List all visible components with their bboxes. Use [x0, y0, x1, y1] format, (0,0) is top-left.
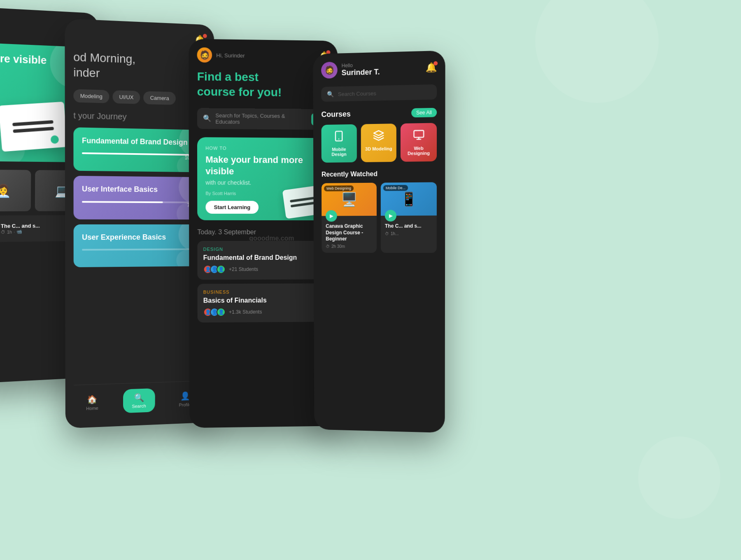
- clock-icon: ⏱: [1, 229, 5, 234]
- user-name: Surinder T.: [342, 68, 380, 77]
- progress-fill-2: [82, 201, 163, 203]
- cat-web-designing[interactable]: Web Designing: [401, 123, 437, 161]
- main-title: Find a best course for you!: [197, 69, 330, 101]
- thumb-1: 👩‍💼: [0, 170, 31, 212]
- tab-modeling[interactable]: Modeling: [73, 89, 109, 103]
- clock-icon-1: ⏱: [326, 244, 330, 249]
- hero-label: HOW TO: [205, 145, 321, 151]
- phone4-greeting-col: Hello Surinder T.: [342, 62, 380, 77]
- schedule-card-1[interactable]: DESIGN Fundamental of Brand Design 👤 👤 👤…: [197, 241, 329, 280]
- course-info: The C... and s... ⏱ 1h · 📹: [1, 223, 40, 235]
- notification-dot-2: [203, 34, 207, 38]
- duration: 1h: [7, 229, 12, 234]
- bottom-nav: 🏠 Home 🔍 Search 👤 Profile: [74, 380, 203, 418]
- duration-1: 2h 30m: [331, 244, 345, 249]
- recent-title-2: The C... and s...: [385, 223, 433, 230]
- notification-dot-4: [433, 61, 438, 65]
- lesson-icon: 📹: [16, 229, 22, 234]
- badge-1: Web Designing: [324, 185, 354, 191]
- title-line2: course for you!: [197, 85, 282, 99]
- bg-circle-2: [638, 436, 720, 519]
- courses-title: Courses: [321, 110, 350, 119]
- doc-line-2: [13, 127, 54, 133]
- bell-icon-4: 🔔: [426, 62, 437, 73]
- svg-rect-2: [414, 131, 424, 138]
- cat-label-2: 3D Modeling: [365, 146, 392, 152]
- recent-meta-1: ⏱ 2h 30m: [326, 244, 373, 249]
- tab-uiux[interactable]: UI/UX: [112, 90, 140, 104]
- course-meta: ⏱ 1h · 📹: [1, 229, 40, 235]
- progress-container-1: 100%: [82, 152, 197, 164]
- cat-mobile-design[interactable]: Mobile Design: [322, 124, 357, 163]
- category-2: BUSINESS: [203, 289, 323, 294]
- cat-label-1: Mobile Design: [326, 147, 353, 157]
- course-card-1[interactable]: Fundamental of Brand Design 100%: [73, 127, 205, 173]
- recently-title: Recently Watched: [322, 170, 437, 178]
- course-card-2[interactable]: User Interface Basics 70%: [74, 176, 205, 219]
- svg-rect-0: [336, 131, 342, 141]
- mobile-icon: [333, 130, 345, 144]
- phone3-header: 🧔 Hi, Surinder 🔔: [197, 47, 330, 64]
- nav-home[interactable]: 🏠 Home: [86, 394, 98, 411]
- cat-label-3: Web Designing: [405, 145, 432, 156]
- progress-container-2: 70%: [82, 201, 197, 211]
- search-label-active: Search: [132, 404, 146, 409]
- cat-3d-modeling[interactable]: 3D Modeling: [361, 124, 396, 162]
- search-placeholder-4: Search Courses: [338, 90, 376, 97]
- duration-2: 1h...: [391, 231, 399, 236]
- search-bar-4[interactable]: 🔍 Search Courses: [321, 84, 437, 102]
- mobile-course-icon: 📱: [400, 191, 417, 207]
- section-prefix: t your: [73, 111, 94, 121]
- course-card-3[interactable]: User Experience Basics 0%: [74, 224, 205, 267]
- hero-card[interactable]: HOW TO Make your brand more visible with…: [197, 137, 329, 220]
- avatar-f: 👤: [217, 308, 226, 317]
- schedule-title-1: Fundamental of Brand Design: [203, 254, 324, 261]
- greeting-col: Hi, Surinder: [216, 52, 245, 58]
- separator: ·: [14, 229, 15, 234]
- progress-bar-3: [82, 248, 196, 250]
- clock-icon-2: ⏱: [385, 231, 389, 236]
- progress-bar-1: [82, 152, 197, 156]
- tab-camera[interactable]: Camera: [144, 91, 176, 105]
- hero-document: [0, 102, 68, 152]
- section-main: Journey: [97, 111, 126, 121]
- web-icon: [413, 129, 424, 143]
- recently-cards: Web Designing 🖥️ ▶ Canava Graphic Design…: [322, 182, 437, 253]
- category-cards: Mobile Design 3D Modeling Web Designing: [322, 123, 437, 163]
- play-btn-2[interactable]: ▶: [385, 210, 396, 222]
- avatars-1: 👤 👤 👤: [203, 265, 226, 274]
- profile-icon: 👤: [180, 391, 190, 401]
- schedule-meta-1: 👤 👤 👤 +21 Students: [203, 264, 324, 274]
- search-icon-3: 🔍: [203, 114, 211, 122]
- schedule-meta-2: 👤 👤 👤 +1.3k Students: [203, 307, 323, 317]
- home-label: Home: [86, 406, 98, 411]
- hi-text: Hi, Surinder: [216, 52, 245, 58]
- search-icon-4: 🔍: [327, 91, 334, 97]
- doc-checkmark: [50, 135, 59, 144]
- nav-search-active[interactable]: 🔍 Search: [123, 388, 155, 413]
- hero-title-line2: with our checklist.: [205, 179, 321, 186]
- thumb-canva: Web Designing 🖥️ ▶: [322, 183, 377, 216]
- search-text: Search for Topics, Courses & Educators: [215, 112, 307, 126]
- play-btn-1[interactable]: ▶: [326, 210, 337, 222]
- recent-title-1: Canava Graphic Design Course - Beginner: [326, 223, 373, 243]
- phone4-user: 🧔 Hello Surinder T.: [321, 61, 380, 79]
- search-bar[interactable]: 🔍 Search for Topics, Courses & Educators…: [197, 108, 329, 130]
- recent-meta-2: ⏱ 1h...: [385, 231, 433, 236]
- section-title: t your Journey: [73, 111, 205, 124]
- recent-card-2[interactable]: Mobile De... 📱 ▶ The C... and s... ⏱ 1h.…: [381, 182, 437, 253]
- progress-container-3: 0%: [82, 248, 196, 259]
- greeting-prefix: od Morning,: [73, 50, 135, 65]
- canva-icon: 🖥️: [341, 191, 357, 207]
- schedule-card-2[interactable]: BUSINESS Basics of Financials 👤 👤 👤 +1.3…: [198, 283, 329, 322]
- title-line1: Find a best: [197, 70, 259, 84]
- course-title: The C... and s...: [1, 223, 40, 229]
- student-count-1: +21 Students: [229, 266, 258, 272]
- avatars-2: 👤 👤 👤: [203, 308, 226, 317]
- avatar-c: 👤: [217, 265, 226, 274]
- start-learning-btn[interactable]: Start Learning: [205, 201, 259, 214]
- phone2-bell-row: 🔔: [73, 29, 206, 48]
- recent-card-1[interactable]: Web Designing 🖥️ ▶ Canava Graphic Design…: [322, 183, 377, 253]
- see-all-btn[interactable]: See All: [411, 108, 437, 117]
- progress-fill-1: [82, 152, 197, 156]
